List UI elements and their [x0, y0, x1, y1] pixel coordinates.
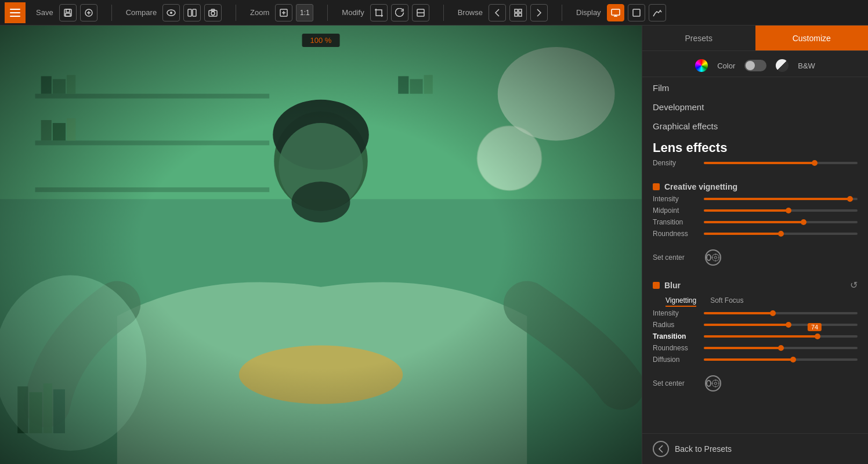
creative-vignetting-title: Creative vignetting [664, 182, 737, 191]
divider1 [111, 5, 112, 21]
section-film[interactable]: Film [642, 77, 868, 96]
density-label: Density [653, 159, 699, 167]
compare-camera-button[interactable] [204, 4, 222, 21]
display-square-button[interactable] [628, 4, 645, 21]
blur-transition-slider[interactable]: 74 [704, 335, 858, 338]
image-canvas: 100 % [0, 26, 642, 464]
modify-crop-button[interactable] [370, 4, 388, 21]
tab-presets[interactable]: Presets [642, 26, 755, 50]
blur-sliders: Intensity Radius Transition [642, 309, 868, 373]
panel-tabs: Presets Customize [642, 26, 868, 51]
color-bw-toggle[interactable] [744, 60, 766, 71]
svg-rect-21 [515, 9, 518, 12]
svg-rect-28 [633, 9, 640, 16]
svg-point-57 [715, 256, 717, 259]
svg-rect-48 [398, 76, 408, 93]
section-development[interactable]: Development [642, 96, 868, 115]
save-group: Save [36, 4, 97, 21]
cv-set-center-row: Set center [642, 247, 868, 271]
color-label: Color [717, 61, 735, 70]
blur-tab-vignetting[interactable]: Vignetting [666, 296, 696, 307]
cv-transition-fill [704, 221, 804, 223]
zoom-fit-button[interactable] [275, 4, 292, 21]
blur-radius-thumb [786, 322, 791, 328]
zoom-1to1-button[interactable]: 1:1 [296, 4, 313, 21]
blur-transition-label: Transition [653, 332, 699, 340]
back-button-icon [653, 441, 669, 457]
display-label: Display [576, 8, 601, 17]
svg-rect-33 [35, 187, 270, 192]
blur-radius-slider[interactable] [704, 324, 858, 326]
browse-label: Browse [458, 8, 483, 17]
blur-intensity-slider[interactable] [704, 312, 858, 314]
compare-split-button[interactable] [183, 4, 201, 21]
right-panel: Presets Customize Color B&W Film Develop… [642, 26, 868, 464]
blur-roundness-fill [704, 347, 781, 349]
browse-prev-button[interactable] [489, 4, 506, 21]
cv-roundness-slider[interactable] [704, 233, 858, 235]
divider2 [236, 5, 236, 21]
svg-rect-12 [193, 9, 196, 16]
cv-intensity-row: Intensity [653, 195, 858, 203]
svg-point-10 [170, 12, 172, 14]
svg-rect-32 [35, 140, 270, 145]
svg-rect-25 [612, 9, 620, 15]
svg-point-14 [211, 12, 215, 15]
section-graphical-effects[interactable]: Graphical effects [642, 115, 868, 135]
browse-grid-button[interactable] [509, 4, 527, 21]
cv-midpoint-thumb [786, 208, 791, 213]
section-lens-effects[interactable]: Lens effects [642, 135, 868, 159]
tab-customize[interactable]: Customize [755, 26, 869, 50]
menu-button[interactable] [5, 2, 26, 23]
density-slider[interactable] [704, 162, 858, 164]
density-fill [704, 162, 815, 164]
section-graphical-effects-label: Graphical effects [653, 121, 718, 131]
blur-set-center-button[interactable] [705, 375, 721, 392]
save-button[interactable] [59, 4, 77, 21]
save-label: Save [36, 8, 53, 17]
blur-set-center-row: Set center [642, 373, 868, 397]
svg-rect-50 [424, 75, 433, 93]
blur-intensity-thumb [770, 310, 776, 316]
cv-set-center-button[interactable] [705, 249, 721, 266]
svg-rect-23 [515, 13, 518, 16]
section-film-label: Film [653, 83, 669, 93]
svg-rect-24 [519, 13, 522, 16]
modify-rotate-button[interactable] [391, 4, 408, 21]
cv-intensity-slider[interactable] [704, 198, 858, 200]
blur-reset-icon[interactable]: ↺ [850, 280, 858, 291]
creative-vignetting-header[interactable]: Creative vignetting [642, 179, 868, 195]
blur-diffusion-label: Diffusion [653, 356, 699, 364]
blur-roundness-thumb [778, 345, 784, 351]
svg-rect-0 [10, 9, 20, 10]
compare-eye-button[interactable] [162, 4, 180, 21]
blur-tab-soft-focus[interactable]: Soft Focus [710, 296, 743, 307]
back-to-presets[interactable]: Back to Presets [642, 433, 868, 464]
blur-diffusion-slider[interactable] [704, 358, 858, 361]
cv-sliders: Intensity Midpoint Transition [642, 195, 868, 247]
svg-rect-49 [410, 79, 422, 93]
svg-rect-36 [67, 75, 75, 93]
cv-midpoint-slider[interactable] [704, 209, 858, 212]
cv-transition-slider[interactable] [704, 221, 858, 223]
blur-roundness-row: Roundness [653, 344, 858, 352]
divider4 [443, 5, 444, 21]
blur-roundness-slider[interactable] [704, 347, 858, 349]
modify-extra-button[interactable] [412, 4, 429, 21]
svg-point-47 [498, 47, 615, 140]
blur-title: Blur [664, 281, 681, 290]
blur-header[interactable]: Blur ↺ [642, 276, 868, 294]
display-screen-button[interactable] [607, 4, 624, 21]
display-histogram-button[interactable] [649, 4, 666, 21]
blur-transition-value: 74 [808, 323, 822, 331]
blur-diffusion-thumb [790, 357, 796, 362]
toolbar: Save Compare [0, 0, 868, 26]
svg-rect-22 [519, 9, 522, 12]
compare-label: Compare [126, 8, 157, 17]
zoom-label: Zoom [250, 8, 269, 17]
image-panel[interactable]: 100 % [0, 26, 642, 464]
cv-transition-row: Transition [653, 218, 858, 226]
browse-next-button[interactable] [530, 4, 548, 21]
cv-midpoint-fill [704, 209, 789, 212]
save-extra-button[interactable] [80, 4, 97, 21]
